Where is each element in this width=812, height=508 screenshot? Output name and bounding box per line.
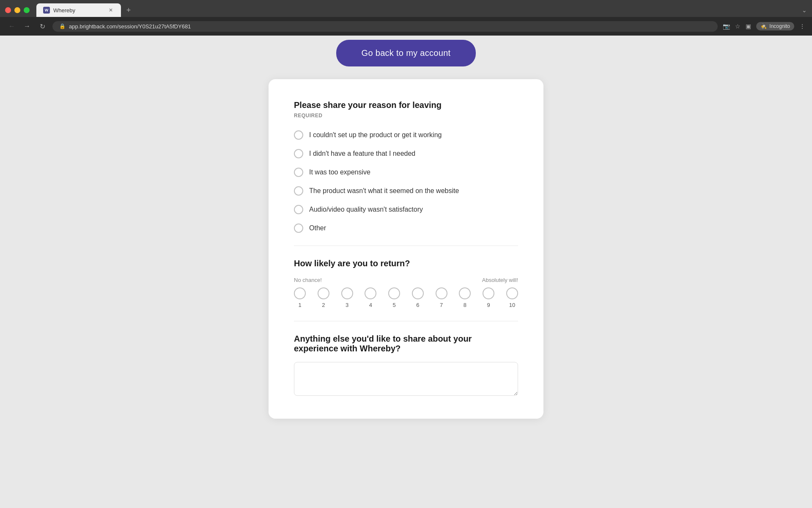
radio-input-1[interactable] <box>294 130 303 140</box>
scale-option-7[interactable]: 7 <box>436 287 447 308</box>
active-tab[interactable]: W Whereby ✕ <box>36 3 121 17</box>
address-bar: ← → ↻ 🔒 app.brightback.com/session/Y0S21… <box>0 17 812 36</box>
url-text: app.brightback.com/session/Y0S21u27tA5fD… <box>69 23 191 30</box>
scale-option-3[interactable]: 3 <box>341 287 353 308</box>
radio-option-6[interactable]: Other <box>294 224 518 233</box>
section-likelihood-title: How likely are you to return? <box>294 259 518 268</box>
radio-option-2[interactable]: I didn't have a feature that I needed <box>294 149 518 158</box>
radio-input-3[interactable] <box>294 168 303 177</box>
scale-number-5: 5 <box>392 302 395 308</box>
open-ended-title: Anything else you'd like to share about … <box>294 334 518 353</box>
scale-radio-2[interactable] <box>318 287 329 299</box>
radio-label-3: It was too expensive <box>309 168 370 176</box>
url-bar[interactable]: 🔒 app.brightback.com/session/Y0S21u27tA5… <box>52 21 718 32</box>
scale-labels: No chance! Absolutely will! <box>294 277 518 283</box>
radio-option-3[interactable]: It was too expensive <box>294 168 518 177</box>
tab-right-controls: ⌄ <box>802 7 807 14</box>
section-divider-2 <box>294 321 518 321</box>
scale-min-label: No chance! <box>294 277 322 283</box>
radio-input-5[interactable] <box>294 205 303 214</box>
scale-option-1[interactable]: 1 <box>294 287 306 308</box>
radio-label-6: Other <box>309 224 326 232</box>
scale-option-2[interactable]: 2 <box>318 287 329 308</box>
back-button[interactable]: ← <box>7 22 17 30</box>
incognito-label: Incognito <box>769 23 790 29</box>
scale-number-1: 1 <box>298 302 301 308</box>
scale-radio-8[interactable] <box>459 287 471 299</box>
scale-number-8: 8 <box>464 302 466 308</box>
radio-option-5[interactable]: Audio/video quality wasn't satisfactory <box>294 205 518 214</box>
required-label: REQUIRED <box>294 113 518 119</box>
address-right-controls: 📷 ☆ ▣ 🕵 Incognito ⋮ <box>723 22 805 30</box>
close-button[interactable] <box>5 7 11 13</box>
scale-radio-10[interactable] <box>506 287 518 299</box>
scale-radio-5[interactable] <box>388 287 400 299</box>
scale-option-5[interactable]: 5 <box>388 287 400 308</box>
expand-icon: ⌄ <box>802 7 807 14</box>
scale-number-6: 6 <box>416 302 419 308</box>
radio-label-4: The product wasn't what it seemed on the… <box>309 187 459 195</box>
sidebar-icon[interactable]: ▣ <box>746 23 751 30</box>
scale-number-7: 7 <box>440 302 443 308</box>
window-controls <box>5 7 30 13</box>
menu-icon[interactable]: ⋮ <box>799 23 805 30</box>
scale-options: 12345678910 <box>294 287 518 308</box>
maximize-button[interactable] <box>24 7 30 13</box>
scale-radio-9[interactable] <box>483 287 494 299</box>
scale-option-6[interactable]: 6 <box>412 287 424 308</box>
scale-radio-1[interactable] <box>294 287 306 299</box>
survey-card: Please share your reason for leaving REQ… <box>269 79 543 419</box>
radio-input-4[interactable] <box>294 186 303 196</box>
page-content: Go back to my account Please share your … <box>0 36 812 508</box>
scale-option-8[interactable]: 8 <box>459 287 471 308</box>
minimize-button[interactable] <box>14 7 20 13</box>
camera-icon: 📷 <box>723 23 730 30</box>
radio-input-2[interactable] <box>294 149 303 158</box>
tab-bar: W Whereby ✕ + ⌄ <box>0 0 812 17</box>
incognito-badge: 🕵 Incognito <box>756 22 794 30</box>
scale-option-9[interactable]: 9 <box>483 287 494 308</box>
scale-number-3: 3 <box>346 302 348 308</box>
radio-label-2: I didn't have a feature that I needed <box>309 150 415 157</box>
tab-favicon: W <box>43 7 50 14</box>
go-back-button[interactable]: Go back to my account <box>336 40 476 66</box>
section-reason-title: Please share your reason for leaving <box>294 100 518 110</box>
radio-option-1[interactable]: I couldn't set up the product or get it … <box>294 130 518 140</box>
radio-label-1: I couldn't set up the product or get it … <box>309 131 442 139</box>
scale-radio-3[interactable] <box>341 287 353 299</box>
scale-option-10[interactable]: 10 <box>506 287 518 308</box>
section-reason: Please share your reason for leaving REQ… <box>294 100 518 233</box>
radio-input-6[interactable] <box>294 224 303 233</box>
scale-number-4: 4 <box>369 302 372 308</box>
tab-title: Whereby <box>53 7 104 14</box>
radio-option-4[interactable]: The product wasn't what it seemed on the… <box>294 186 518 196</box>
scale-number-9: 9 <box>487 302 490 308</box>
radio-label-5: Audio/video quality wasn't satisfactory <box>309 206 423 213</box>
lock-icon: 🔒 <box>59 23 66 29</box>
scale-number-2: 2 <box>322 302 325 308</box>
open-ended-textarea[interactable] <box>294 362 518 396</box>
scale-radio-6[interactable] <box>412 287 424 299</box>
scale-radio-4[interactable] <box>365 287 376 299</box>
section-likelihood: How likely are you to return? No chance!… <box>294 259 518 308</box>
incognito-icon: 🕵 <box>760 23 767 29</box>
scale-radio-7[interactable] <box>436 287 447 299</box>
scale-max-label: Absolutely will! <box>482 277 518 283</box>
section-divider-1 <box>294 246 518 246</box>
section-openended: Anything else you'd like to share about … <box>294 334 518 398</box>
browser-chrome: W Whereby ✕ + ⌄ ← → ↻ 🔒 app.brightback.c… <box>0 0 812 36</box>
new-tab-button[interactable]: + <box>123 4 134 16</box>
forward-button[interactable]: → <box>22 22 32 30</box>
tab-close-button[interactable]: ✕ <box>107 7 114 14</box>
scale-option-4[interactable]: 4 <box>365 287 376 308</box>
scale-number-10: 10 <box>509 302 515 308</box>
reload-button[interactable]: ↻ <box>37 22 47 30</box>
star-icon[interactable]: ☆ <box>735 23 741 30</box>
